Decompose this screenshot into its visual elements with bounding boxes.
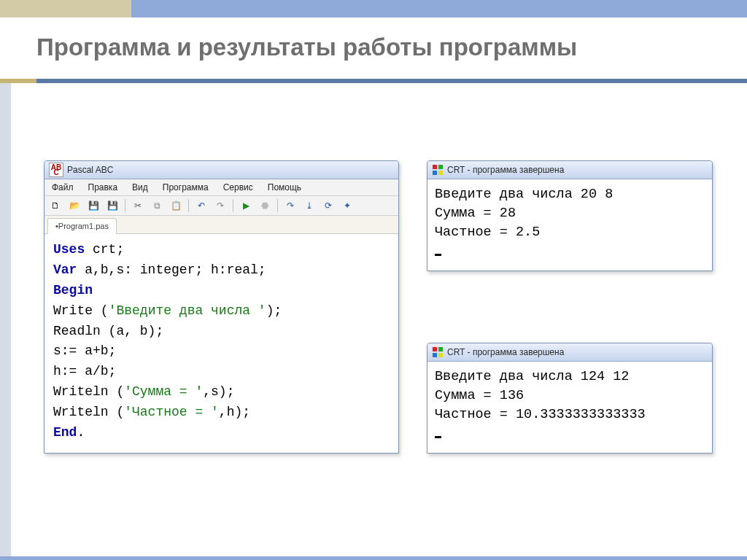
svg-rect-2	[433, 171, 437, 175]
console-output: Введите два числа 124 12 Сумма = 136 Час…	[427, 362, 712, 449]
pascal-abc-icon: ABC	[49, 163, 63, 177]
side-band	[0, 83, 11, 560]
step-over-icon[interactable]: ↷	[282, 198, 298, 214]
title-underline	[0, 79, 747, 83]
svg-rect-0	[433, 165, 437, 169]
stop-icon[interactable]: ⬣	[257, 198, 273, 214]
toolbar: 🗋 📂 💾 💾 ✂ ⧉ 📋 ↶ ↷ ▶ ⬣ ↷ ⤓ ⟳ ✦	[44, 196, 398, 216]
crt-output-window-1: CRT - программа завершена Введите два чи…	[427, 160, 713, 271]
open-file-icon[interactable]: 📂	[66, 198, 82, 214]
console-output: Введите два числа 20 8 Сумма = 28 Частно…	[427, 179, 712, 267]
breakpoint-icon[interactable]: ⟳	[320, 198, 336, 214]
crt-output-window-2: CRT - программа завершена Введите два чи…	[427, 343, 713, 454]
copy-icon[interactable]: ⧉	[149, 198, 165, 214]
code-editor[interactable]: Uses crt; Var a,b,s: integer; h:real; Be…	[44, 234, 398, 449]
menu-service[interactable]: Сервис	[216, 182, 260, 192]
paste-icon[interactable]: 📋	[168, 198, 184, 214]
menu-file[interactable]: Файл	[44, 182, 81, 192]
bottom-strip	[0, 556, 747, 560]
save-icon[interactable]: 💾	[85, 198, 101, 214]
cursor-icon	[435, 254, 441, 256]
pascal-abc-window: ABC Pascal ABC Файл Правка Вид Программа…	[44, 160, 399, 454]
watch-icon[interactable]: ✦	[339, 198, 355, 214]
window-title: CRT - программа завершена	[447, 347, 564, 357]
svg-rect-3	[438, 171, 443, 175]
svg-rect-5	[438, 347, 443, 351]
presentation-top-bar	[0, 0, 747, 18]
save-all-icon[interactable]: 💾	[104, 198, 120, 214]
cursor-icon	[435, 436, 441, 438]
svg-rect-7	[438, 353, 443, 357]
tab-strip: •Program1.pas	[44, 216, 398, 234]
titlebar[interactable]: ABC Pascal ABC	[44, 161, 398, 179]
titlebar[interactable]: CRT - программа завершена	[427, 343, 712, 362]
window-title: Pascal ABC	[67, 165, 113, 175]
crt-icon	[432, 164, 444, 176]
svg-rect-1	[438, 165, 443, 169]
undo-icon[interactable]: ↶	[193, 198, 209, 214]
menu-program[interactable]: Программа	[155, 182, 216, 192]
new-file-icon[interactable]: 🗋	[47, 198, 63, 214]
cut-icon[interactable]: ✂	[130, 198, 146, 214]
run-icon[interactable]: ▶	[238, 198, 254, 214]
window-title: CRT - программа завершена	[447, 165, 564, 175]
crt-icon	[432, 346, 444, 358]
menu-edit[interactable]: Правка	[81, 182, 125, 192]
menu-help[interactable]: Помощь	[260, 182, 309, 192]
step-into-icon[interactable]: ⤓	[301, 198, 317, 214]
slide-title: Программа и результаты работы программы	[36, 34, 577, 61]
menubar: Файл Правка Вид Программа Сервис Помощь	[44, 179, 398, 196]
file-tab[interactable]: •Program1.pas	[47, 218, 117, 234]
svg-rect-4	[433, 347, 437, 351]
menu-view[interactable]: Вид	[125, 182, 155, 192]
redo-icon[interactable]: ↷	[212, 198, 228, 214]
svg-rect-6	[433, 353, 437, 357]
titlebar[interactable]: CRT - программа завершена	[427, 161, 712, 179]
